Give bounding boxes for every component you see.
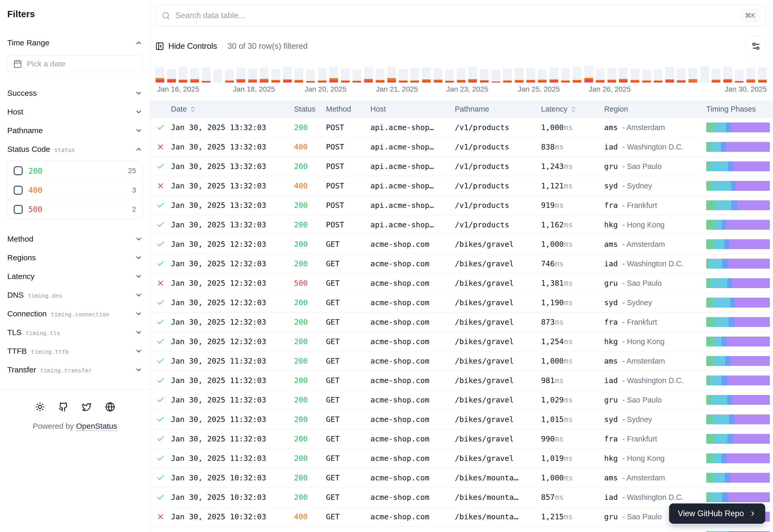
latency-unit: ms xyxy=(563,512,573,521)
cell-host: api.acme-shop… xyxy=(370,201,455,210)
view-options-button[interactable] xyxy=(746,36,766,56)
table-row[interactable]: Jan 30, 2025 12:32:03 200 GET acme-shop.… xyxy=(150,235,773,254)
section-time-range[interactable]: Time Range xyxy=(7,34,142,51)
status-option-200[interactable]: 200 25 xyxy=(8,161,142,180)
phase-segment xyxy=(730,356,770,366)
table-row[interactable]: Jan 30, 2025 11:32:03 200 GET acme-shop.… xyxy=(150,371,773,390)
phase-segment xyxy=(710,142,721,152)
timeline-section: Jan 16, 2025Jan 18, 2025Jan 20, 2025Jan … xyxy=(155,65,767,94)
section-tls[interactable]: TLStiming.tls xyxy=(7,324,142,341)
header-date[interactable]: Date xyxy=(171,105,294,113)
theme-toggle-button[interactable] xyxy=(35,402,45,412)
timing-phases-bar xyxy=(706,376,770,385)
table-row[interactable]: Jan 30, 2025 11:32:03 200 GET acme-shop.… xyxy=(150,449,773,468)
checkbox[interactable] xyxy=(14,205,23,214)
section-connection[interactable]: Connectiontiming.connection xyxy=(7,305,142,322)
table-row[interactable]: Jan 30, 2025 12:32:03 200 GET acme-shop.… xyxy=(150,332,773,351)
section-pathname[interactable]: Pathname xyxy=(7,122,142,139)
cell-date: Jan 30, 2025 11:32:03 xyxy=(171,454,294,463)
cell-date: Jan 30, 2025 12:32:03 xyxy=(171,298,294,307)
section-ttfb[interactable]: TTFBtiming.ttfb xyxy=(7,343,142,360)
timeline-date-label: Jan 20, 2025 xyxy=(304,85,347,93)
table-row[interactable]: Jan 30, 2025 12:32:03 200 GET acme-shop.… xyxy=(150,312,773,332)
region-city: - Hong Kong xyxy=(622,337,665,346)
sliders-icon xyxy=(751,42,761,51)
search-input[interactable] xyxy=(175,11,736,20)
section-latency[interactable]: Latency xyxy=(7,268,142,285)
hide-controls-button[interactable]: Hide Controls xyxy=(155,42,217,51)
cell-date: Jan 30, 2025 12:32:03 xyxy=(171,279,294,288)
table-row[interactable]: Jan 30, 2025 13:32:03 200 POST api.acme-… xyxy=(150,118,773,137)
error-x-icon xyxy=(156,143,165,151)
cell-pathname: /bikes/mounta… xyxy=(455,493,541,502)
section-status-code[interactable]: Status Code status xyxy=(7,141,142,158)
latency-value: 1,029 xyxy=(541,395,563,404)
phase-segment xyxy=(722,220,726,230)
table-row[interactable]: Jan 30, 2025 11:32:03 200 GET acme-shop.… xyxy=(150,410,773,429)
phase-segment xyxy=(706,492,710,502)
github-link[interactable] xyxy=(58,402,68,412)
table-row[interactable]: Jan 30, 2025 10:32:03 200 GET acme-shop.… xyxy=(150,527,773,532)
section-host[interactable]: Host xyxy=(7,103,142,120)
table-body: Jan 30, 2025 13:32:03 200 POST api.acme-… xyxy=(150,118,773,532)
cell-pathname: /bikes/gravel xyxy=(455,240,541,249)
success-check-icon xyxy=(156,454,165,462)
checkbox[interactable] xyxy=(14,166,23,175)
region-city: - Frankfurt xyxy=(622,318,657,326)
phase-segment xyxy=(706,453,713,463)
twitter-link[interactable] xyxy=(82,402,92,412)
phase-segment xyxy=(722,259,728,269)
status-option-500[interactable]: 500 2 xyxy=(8,200,142,219)
phase-segment xyxy=(737,200,770,210)
success-check-icon xyxy=(156,396,165,404)
timeline-bar xyxy=(631,69,639,83)
sidebar-footer: Powered by OpenStatus xyxy=(0,389,150,431)
table-row[interactable]: Jan 30, 2025 11:32:03 200 GET acme-shop.… xyxy=(150,429,773,449)
phase-segment xyxy=(726,142,770,152)
table-row[interactable]: Jan 30, 2025 13:32:03 400 POST api.acme-… xyxy=(150,176,773,196)
section-regions[interactable]: Regions xyxy=(7,249,142,266)
cell-date: Jan 30, 2025 12:32:03 xyxy=(171,240,294,249)
table-row[interactable]: Jan 30, 2025 13:32:03 200 POST api.acme-… xyxy=(150,196,773,215)
timeline-date-label: Jan 23, 2025 xyxy=(446,85,488,93)
phase-segment xyxy=(715,122,726,132)
status-option-400[interactable]: 400 3 xyxy=(8,180,142,200)
openstatus-link[interactable]: OpenStatus xyxy=(76,422,117,430)
cell-host: acme-shop.com xyxy=(370,318,455,326)
header-latency[interactable]: Latency xyxy=(541,105,604,113)
table-row[interactable]: Jan 30, 2025 12:32:03 200 GET acme-shop.… xyxy=(150,293,773,312)
cell-status: 200 xyxy=(294,201,326,210)
section-success[interactable]: Success xyxy=(7,85,142,102)
table-row[interactable]: Jan 30, 2025 12:32:03 200 GET acme-shop.… xyxy=(150,254,773,274)
cell-pathname: /bikes/gravel xyxy=(455,454,541,463)
section-transfer[interactable]: Transfertiming.transfer xyxy=(7,361,142,378)
timing-phases-bar xyxy=(706,434,770,444)
section-method[interactable]: Method xyxy=(7,230,142,248)
table-row[interactable]: Jan 30, 2025 10:32:03 200 GET acme-shop.… xyxy=(150,468,773,488)
checkbox[interactable] xyxy=(14,186,23,195)
cell-status: 200 xyxy=(294,376,326,385)
region-code: gru xyxy=(604,395,622,404)
timeline-bar xyxy=(422,67,431,83)
phase-segment xyxy=(733,434,770,444)
timeline-bar xyxy=(677,69,686,83)
latency-unit: ms xyxy=(554,318,563,326)
timeline-bar xyxy=(747,68,755,83)
timing-phases-bar xyxy=(706,200,770,210)
latency-unit: ms xyxy=(563,337,573,346)
table-row[interactable]: Jan 30, 2025 11:32:03 200 GET acme-shop.… xyxy=(150,390,773,410)
cell-status: 200 xyxy=(294,395,326,404)
view-github-repo-button[interactable]: View GitHub Repo xyxy=(669,503,765,524)
latency-unit: ms xyxy=(563,395,573,404)
timing-phases-bar xyxy=(706,142,770,152)
timeline-chart[interactable] xyxy=(155,65,767,83)
table-row[interactable]: Jan 30, 2025 13:32:03 200 POST api.acme-… xyxy=(150,215,773,235)
table-row[interactable]: Jan 30, 2025 12:32:03 500 GET acme-shop.… xyxy=(150,274,773,293)
section-dns[interactable]: DNStiming.dns xyxy=(7,287,142,304)
table-row[interactable]: Jan 30, 2025 13:32:03 400 POST api.acme-… xyxy=(150,137,773,157)
cell-status: 200 xyxy=(294,454,326,463)
table-row[interactable]: Jan 30, 2025 11:32:03 200 GET acme-shop.… xyxy=(150,351,773,371)
date-picker-input[interactable]: Pick a date xyxy=(7,56,142,72)
website-link[interactable] xyxy=(105,402,115,412)
table-row[interactable]: Jan 30, 2025 13:32:03 200 POST api.acme-… xyxy=(150,157,773,176)
